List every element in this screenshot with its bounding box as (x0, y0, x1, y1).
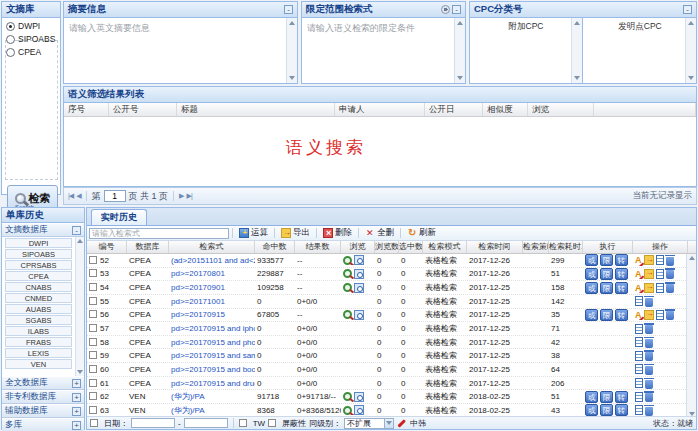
document-icon[interactable] (656, 283, 664, 293)
trash-icon[interactable] (645, 298, 653, 307)
pencil-icon[interactable] (397, 418, 407, 428)
document-icon[interactable] (635, 351, 643, 361)
refresh-button[interactable]: 刷新 (404, 227, 439, 239)
chevron-down-icon[interactable] (384, 419, 393, 428)
exec-button-转[interactable]: 转 (615, 282, 628, 294)
exec-button-或[interactable]: 或 (585, 268, 598, 280)
document-icon[interactable] (635, 364, 643, 374)
family-expand-select[interactable]: 不扩展 (344, 418, 394, 429)
trash-icon[interactable] (645, 352, 653, 361)
sidebar-db-item-auabs[interactable]: AUABS (5, 304, 72, 314)
tw-checkbox[interactable] (239, 419, 247, 427)
exec-button-限[interactable]: 限 (600, 268, 613, 280)
history-column-header[interactable]: 操作 (633, 241, 688, 253)
scroll-up-icon[interactable] (457, 21, 463, 25)
scrollbar[interactable] (75, 237, 84, 376)
semantic-column-header[interactable]: 浏览 (528, 103, 594, 116)
row-checkbox[interactable] (89, 324, 97, 332)
abstract-textarea[interactable]: 请输入英文摘要信息 (64, 18, 297, 83)
trash-icon[interactable] (645, 393, 653, 402)
tab-realtime-history[interactable]: 实时历史 (91, 209, 147, 225)
scroll-down-icon[interactable] (688, 76, 694, 80)
history-column-header[interactable]: 浏览数 (375, 241, 399, 253)
exec-button-或[interactable]: 或 (585, 254, 598, 266)
sidebar-db-item-frabs[interactable]: FRABS (5, 337, 72, 347)
analysis-icon[interactable]: A (635, 255, 642, 265)
history-column-header[interactable]: 浏览 (341, 241, 375, 253)
scroll-down-icon[interactable] (77, 370, 83, 374)
trash-icon[interactable] (645, 366, 653, 375)
exec-button-或[interactable]: 或 (585, 309, 598, 321)
query-link[interactable]: pd>=20170915 and book (169, 365, 255, 374)
scroll-down-icon[interactable] (289, 76, 295, 80)
radio-option-cpea[interactable]: CPEA (6, 47, 60, 57)
view-results-icon[interactable] (343, 406, 352, 415)
sidebar-section-abstract-db[interactable]: 文摘数据库 - (2, 223, 84, 237)
row-checkbox[interactable] (89, 338, 97, 346)
query-link[interactable]: pd>=20170915 and phone (169, 338, 255, 347)
preview-icon[interactable] (354, 405, 364, 415)
history-column-header[interactable]: 执行 (583, 241, 633, 253)
scrollbar[interactable] (571, 18, 582, 83)
gear-icon[interactable] (441, 5, 450, 14)
document-icon[interactable] (635, 337, 643, 347)
exec-button-限[interactable]: 限 (600, 309, 613, 321)
date-checkbox[interactable] (90, 419, 98, 427)
history-column-header[interactable]: 选中数 (399, 241, 423, 253)
preview-icon[interactable] (354, 310, 364, 320)
sidebar-section[interactable]: 非专利数据库+ (2, 390, 84, 404)
semantic-column-header[interactable]: 申请人 (335, 103, 425, 116)
sidebar-db-item-cnabs[interactable]: CNABS (5, 282, 72, 292)
exec-button-限[interactable]: 限 (600, 282, 613, 294)
exec-button-限[interactable]: 限 (600, 404, 613, 416)
sidebar-db-item-sgabs[interactable]: SGABS (5, 315, 72, 325)
scrollbar[interactable] (454, 18, 465, 83)
history-column-header[interactable]: 检索耗时... (549, 241, 583, 253)
history-column-header[interactable]: 检索模式 (423, 241, 467, 253)
delete-button[interactable]: 删除 (320, 227, 355, 239)
trash-icon[interactable] (666, 270, 674, 279)
last-page-icon[interactable]: ▶| (187, 192, 192, 200)
invention-cpc-area[interactable]: 发明点CPC (584, 18, 696, 83)
query-link[interactable]: pd>=20170801 (169, 269, 255, 278)
mask-checkbox[interactable] (268, 419, 276, 427)
sidebar-db-item-ven[interactable]: VEN (5, 359, 72, 369)
calculate-button[interactable]: 运算 (236, 227, 271, 239)
scroll-up-icon[interactable] (574, 21, 580, 25)
radio-icon[interactable] (6, 35, 15, 44)
trash-icon[interactable] (666, 311, 674, 320)
view-results-icon[interactable] (343, 392, 352, 401)
expand-icon[interactable]: + (72, 407, 81, 416)
export-button[interactable]: 导出 (278, 227, 313, 239)
view-results-icon[interactable] (343, 283, 352, 292)
semantic-column-header[interactable]: 公开日 (425, 103, 483, 116)
exec-button-转[interactable]: 转 (615, 254, 628, 266)
export-record-icon[interactable] (644, 283, 654, 293)
trash-icon[interactable] (666, 257, 674, 266)
trash-icon[interactable] (645, 325, 653, 334)
expand-icon[interactable]: + (72, 379, 81, 388)
preview-icon[interactable] (354, 269, 364, 279)
exec-button-转[interactable]: 转 (615, 268, 628, 280)
scrollbar[interactable] (686, 254, 696, 418)
page-number-input[interactable] (104, 190, 126, 202)
scroll-down-icon[interactable] (457, 76, 463, 80)
exec-button-限[interactable]: 限 (600, 391, 613, 403)
history-column-header[interactable]: 检索策略 (523, 241, 549, 253)
radio-option-sipoabs[interactable]: SIPOABS (6, 34, 60, 44)
radio-icon[interactable] (6, 48, 15, 57)
row-checkbox[interactable] (89, 392, 97, 400)
semantic-column-header[interactable]: 公开号 (109, 103, 177, 116)
query-link[interactable]: pd>=20170915 and drug (169, 379, 255, 388)
export-record-icon[interactable] (644, 310, 654, 320)
query-link[interactable]: pd>=20170901 (169, 283, 255, 292)
date-to-input[interactable] (184, 418, 228, 428)
collapse-icon[interactable]: - (284, 5, 293, 14)
document-icon[interactable] (635, 378, 643, 388)
trash-icon[interactable] (645, 380, 653, 389)
exec-button-或[interactable]: 或 (585, 282, 598, 294)
semantic-column-header[interactable]: 相似度 (483, 103, 528, 116)
trash-icon[interactable] (666, 284, 674, 293)
analysis-icon[interactable]: A (635, 283, 642, 293)
row-checkbox[interactable] (89, 310, 97, 318)
